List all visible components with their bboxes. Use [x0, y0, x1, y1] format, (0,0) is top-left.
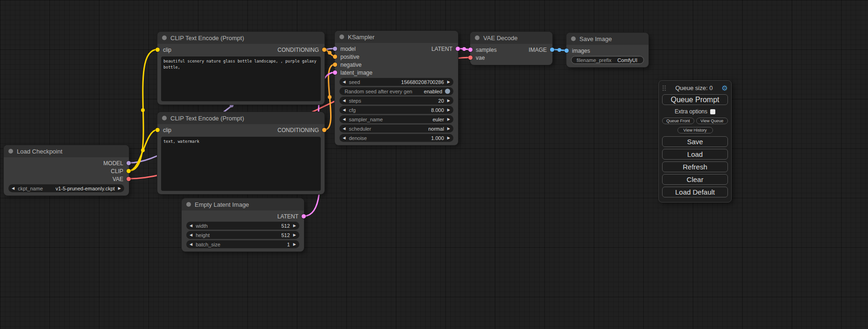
increment-arrow-icon[interactable]: ▶: [447, 99, 450, 103]
widget-label: denoise: [349, 135, 367, 141]
node-title-bar[interactable]: CLIP Text Encode (Prompt): [157, 32, 325, 44]
increment-arrow-icon[interactable]: ▶: [447, 127, 450, 131]
collapse-dot-icon[interactable]: [186, 202, 191, 207]
output-slot-latent[interactable]: [456, 47, 460, 51]
settings-gear-icon[interactable]: ⚙: [722, 84, 728, 91]
input-slot-positive[interactable]: [333, 55, 337, 59]
decrement-arrow-icon[interactable]: ◀: [343, 136, 346, 140]
filename-prefix-widget[interactable]: filename_prefix ComfyUI: [571, 56, 644, 64]
output-row: LATENT: [182, 212, 304, 220]
node-vae-decode[interactable]: VAE Decode samples IMAGE vae: [470, 32, 552, 65]
width-widget[interactable]: ◀ width 512 ▶: [186, 222, 299, 230]
view-queue-button[interactable]: View Queue: [696, 118, 728, 124]
node-title-bar[interactable]: VAE Decode: [470, 32, 552, 44]
node-title-bar[interactable]: CLIP Text Encode (Prompt): [157, 112, 325, 124]
collapse-dot-icon[interactable]: [475, 35, 480, 40]
save-button[interactable]: Save: [662, 136, 728, 147]
increment-arrow-icon[interactable]: ▶: [293, 233, 296, 237]
output-slot-vae[interactable]: [127, 177, 131, 181]
decrement-arrow-icon[interactable]: ◀: [190, 243, 192, 246]
input-slot-latent-image[interactable]: [333, 70, 337, 75]
denoise-widget[interactable]: ◀ denoise 1.000 ▶: [339, 134, 453, 142]
output-slot-clip[interactable]: [127, 169, 131, 173]
toggle-knob-icon[interactable]: [445, 89, 450, 94]
decrement-arrow-icon[interactable]: ◀: [343, 108, 346, 112]
node-graph-canvas[interactable]: Load Checkpoint MODEL CLIP VAE ◀ ckpt_na…: [0, 0, 868, 329]
slot-row: negative: [335, 61, 458, 69]
decrement-arrow-icon[interactable]: ◀: [343, 118, 346, 121]
node-empty-latent-image[interactable]: Empty Latent Image LATENT ◀ width 512 ▶ …: [182, 198, 304, 252]
input-slot-samples[interactable]: [468, 48, 473, 52]
input-label-model: model: [340, 46, 356, 52]
increment-arrow-icon[interactable]: ▶: [118, 187, 121, 190]
increment-arrow-icon[interactable]: ▶: [293, 224, 296, 228]
view-history-button[interactable]: View History: [677, 127, 713, 133]
node-save-image[interactable]: Save Image images filename_prefix ComfyU…: [566, 33, 649, 67]
positive-prompt-textarea[interactable]: beautiful scenery nature glass bottle la…: [161, 56, 321, 101]
widget-label: filename_prefix: [577, 57, 612, 63]
increment-arrow-icon[interactable]: ▶: [293, 243, 296, 246]
collapse-dot-icon[interactable]: [162, 35, 167, 40]
steps-widget[interactable]: ◀ steps 20 ▶: [339, 97, 453, 105]
input-slot-model[interactable]: [333, 47, 337, 51]
output-slot-latent[interactable]: [302, 214, 306, 218]
slot-row: clip CONDITIONING: [157, 126, 325, 134]
random-seed-toggle-widget[interactable]: Random seed after every gen enabled: [339, 87, 453, 95]
batch-size-widget[interactable]: ◀ batch_size 1 ▶: [186, 240, 299, 248]
output-slot-model[interactable]: [127, 161, 131, 165]
negative-prompt-textarea[interactable]: text, watermark: [161, 137, 321, 191]
output-slot-image[interactable]: [550, 48, 554, 52]
output-slot-conditioning[interactable]: [322, 48, 326, 52]
increment-arrow-icon[interactable]: ▶: [447, 108, 450, 112]
link-clip-to-negative-prompt: [129, 130, 157, 171]
node-load-checkpoint[interactable]: Load Checkpoint MODEL CLIP VAE ◀ ckpt_na…: [4, 145, 129, 196]
increment-arrow-icon[interactable]: ▶: [447, 80, 450, 84]
node-title-bar[interactable]: Empty Latent Image: [182, 198, 304, 210]
increment-arrow-icon[interactable]: ▶: [447, 136, 450, 140]
load-default-button[interactable]: Load Default: [662, 187, 728, 197]
decrement-arrow-icon[interactable]: ◀: [343, 99, 346, 103]
node-clip-text-encode-positive[interactable]: CLIP Text Encode (Prompt) clip CONDITION…: [157, 32, 325, 105]
input-slot-clip[interactable]: [155, 48, 160, 52]
input-slot-vae[interactable]: [468, 56, 473, 60]
collapse-dot-icon[interactable]: [339, 35, 344, 39]
height-widget[interactable]: ◀ height 512 ▶: [186, 231, 299, 239]
queue-front-button[interactable]: Queue Front: [662, 118, 694, 124]
drag-handle-icon[interactable]: [662, 85, 666, 91]
seed-widget[interactable]: ◀ seed 156680208700286 ▶: [339, 78, 453, 86]
increment-arrow-icon[interactable]: ▶: [447, 118, 450, 121]
widget-label: scheduler: [349, 126, 371, 132]
output-slot-conditioning[interactable]: [322, 128, 326, 132]
collapse-dot-icon[interactable]: [8, 149, 13, 154]
widget-value: normal: [428, 126, 444, 132]
collapse-dot-icon[interactable]: [571, 36, 576, 41]
node-clip-text-encode-negative[interactable]: CLIP Text Encode (Prompt) clip CONDITION…: [157, 112, 325, 194]
node-ksampler[interactable]: KSampler model LATENT positive negative …: [335, 31, 458, 145]
refresh-button[interactable]: Refresh: [662, 161, 728, 172]
sampler-name-widget[interactable]: ◀ sampler_name euler ▶: [339, 115, 453, 123]
slot-row: samples IMAGE: [470, 46, 552, 54]
input-slot-negative[interactable]: [333, 63, 337, 67]
scheduler-widget[interactable]: ◀ scheduler normal ▶: [339, 125, 453, 133]
decrement-arrow-icon[interactable]: ◀: [343, 127, 346, 131]
ckpt-name-widget[interactable]: ◀ ckpt_name v1-5-pruned-emaonly.ckpt ▶: [8, 184, 124, 192]
node-title-bar[interactable]: Save Image: [566, 33, 649, 45]
load-button[interactable]: Load: [662, 149, 728, 160]
input-slot-clip[interactable]: [155, 128, 160, 132]
cfg-widget[interactable]: ◀ cfg 8.000 ▶: [339, 106, 453, 114]
decrement-arrow-icon[interactable]: ◀: [12, 187, 14, 190]
output-row: CLIP: [4, 167, 129, 175]
decrement-arrow-icon[interactable]: ◀: [343, 80, 346, 84]
collapse-dot-icon[interactable]: [162, 116, 167, 120]
extra-options-label: Extra options: [675, 108, 707, 115]
queue-menu-panel[interactable]: Queue size: 0 ⚙ Queue Prompt Extra optio…: [658, 80, 732, 203]
queue-prompt-button[interactable]: Queue Prompt: [662, 94, 728, 105]
decrement-arrow-icon[interactable]: ◀: [190, 233, 192, 237]
clear-button[interactable]: Clear: [662, 174, 728, 185]
decrement-arrow-icon[interactable]: ◀: [190, 224, 192, 228]
extra-options-checkbox[interactable]: [710, 109, 715, 114]
input-slot-images[interactable]: [565, 49, 569, 53]
node-title-bar[interactable]: Load Checkpoint: [4, 145, 129, 157]
widget-value: 156680208700286: [401, 79, 444, 85]
node-title-bar[interactable]: KSampler: [335, 31, 458, 43]
